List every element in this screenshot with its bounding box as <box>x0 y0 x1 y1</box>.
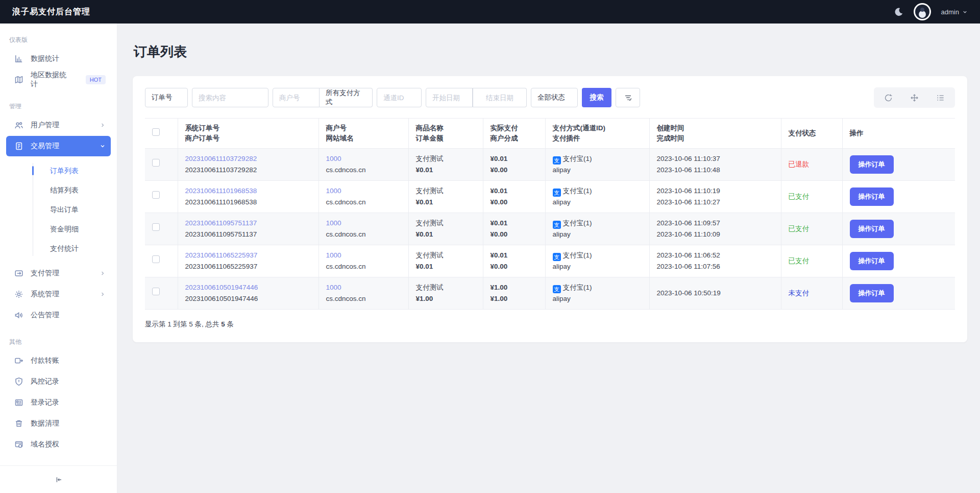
table-row: 2023100611095751137 2023100611095751137 … <box>145 213 955 245</box>
row-checkbox[interactable] <box>152 159 160 167</box>
pay-method-select[interactable]: 所有支付方式 <box>320 88 373 107</box>
product-name: 支付测试 <box>416 282 476 293</box>
product-cell: 支付测试 ¥0.01 <box>408 181 483 213</box>
channel-id-input[interactable] <box>377 88 422 107</box>
merchant-order-number: 2023100610501947446 <box>185 293 311 304</box>
filter-bar: 订单号 所有支付方式 全部状态 搜索 <box>145 87 955 108</box>
submenu-item-fund-details[interactable]: 资金明细 <box>0 219 117 239</box>
row-checkbox[interactable] <box>152 255 160 263</box>
chevron-right-icon <box>100 270 106 276</box>
sidebar-item-user-management[interactable]: 用户管理 <box>6 115 111 135</box>
sidebar-item-transaction-management[interactable]: 交易管理 <box>6 136 111 156</box>
site-domain: cs.cdncos.cn <box>326 197 401 208</box>
operate-order-button[interactable]: 操作订单 <box>850 220 894 238</box>
header-line: 支付插件 <box>553 133 642 144</box>
site-domain: cs.cdncos.cn <box>326 165 401 176</box>
created-time: 2023-10-06 11:10:19 <box>657 185 774 197</box>
sidebar-item-label: 付款转账 <box>31 356 59 365</box>
merchant-id-link[interactable]: 1000 <box>326 153 401 165</box>
product-cell: 支付测试 ¥0.01 <box>408 213 483 245</box>
sidebar-item-system-management[interactable]: 系统管理 <box>6 284 111 304</box>
operate-order-button[interactable]: 操作订单 <box>850 187 894 206</box>
sidebar-item-payment-management[interactable]: 支付管理 <box>6 263 111 284</box>
product-cell: 支付测试 ¥0.01 <box>408 149 483 181</box>
merchant-id-link[interactable]: 1000 <box>326 282 401 293</box>
avatar-image <box>915 5 929 19</box>
merchant-id-input[interactable] <box>273 88 320 107</box>
refresh-button[interactable] <box>884 93 893 102</box>
sidebar-item-announcement-management[interactable]: 公告管理 <box>6 305 111 325</box>
orders-table: 系统订单号 商户订单号 商户号 网站域名 商品名称 订单金额 实际支付 <box>145 118 955 310</box>
time-cell: 2023-10-06 10:50:19 <box>649 277 781 310</box>
sidebar-item-payout-transfer[interactable]: 付款转账 <box>6 350 111 371</box>
header-time: 创建时间 完成时间 <box>649 119 781 149</box>
header-line: 订单金额 <box>416 133 476 144</box>
merchant-id-link[interactable]: 1000 <box>326 185 401 197</box>
pagination-text: 条 <box>225 320 234 328</box>
product-name: 支付测试 <box>416 185 476 197</box>
operate-order-button[interactable]: 操作订单 <box>850 252 894 270</box>
status-badge: 未支付 <box>789 289 810 297</box>
fullscreen-button[interactable] <box>910 93 919 102</box>
sidebar-item-data-stats[interactable]: 数据统计 <box>6 49 111 69</box>
pay-method-label: 支付宝(1) <box>563 251 592 259</box>
sidebar-item-region-stats[interactable]: 地区数据统计 HOT <box>6 69 111 90</box>
pay-method-label: 支付宝(1) <box>563 219 592 227</box>
status-select[interactable]: 全部状态 <box>531 88 578 107</box>
action-cell: 操作订单 <box>842 277 955 310</box>
system-order-link[interactable]: 2023100611095751137 <box>185 218 311 229</box>
pagination-total: 5 <box>221 320 225 328</box>
created-time: 2023-10-06 11:10:37 <box>657 153 774 165</box>
time-cell: 2023-10-06 11:10:19 2023-10-06 11:10:27 <box>649 181 781 213</box>
order-numbers-cell: 2023100611065225937 2023100611065225937 <box>178 245 318 277</box>
sidebar-item-risk-records[interactable]: 风控记录 <box>6 371 111 392</box>
sidebar-item-domain-authorization[interactable]: 域名授权 <box>6 434 111 455</box>
merchant-id-link[interactable]: 1000 <box>326 250 401 261</box>
row-checkbox[interactable] <box>152 223 160 231</box>
list-columns-icon <box>936 93 945 102</box>
avatar[interactable] <box>914 3 931 20</box>
status-badge: 已支付 <box>789 225 810 232</box>
start-date-input[interactable] <box>426 88 473 107</box>
search-button[interactable]: 搜索 <box>582 88 611 107</box>
status-cell: 已支付 <box>781 245 842 277</box>
select-all-checkbox[interactable] <box>152 128 160 136</box>
time-cell: 2023-10-06 11:10:37 2023-10-06 11:10:48 <box>649 149 781 181</box>
filter-icon <box>624 93 632 102</box>
search-input[interactable] <box>192 88 268 107</box>
system-order-link[interactable]: 2023100611065225937 <box>185 250 311 261</box>
submenu-item-order-list[interactable]: 订单列表 <box>0 161 117 180</box>
operate-order-button[interactable]: 操作订单 <box>850 155 894 174</box>
completed-time: 2023-10-06 11:10:27 <box>657 197 774 208</box>
row-checkbox[interactable] <box>152 288 160 295</box>
method-cell: 支支付宝(1) alipay <box>545 245 649 277</box>
pay-plugin: alipay <box>553 197 642 208</box>
operate-order-button[interactable]: 操作订单 <box>850 284 894 302</box>
submenu-item-settlement-list[interactable]: 结算列表 <box>0 180 117 200</box>
columns-button[interactable] <box>936 93 945 102</box>
sidebar-menu: 仪表版 数据统计 地区数据统计 HOT 管理 用户管理 <box>0 24 117 465</box>
sidebar-item-label: 支付管理 <box>31 269 59 278</box>
sidebar-item-login-records[interactable]: 登录记录 <box>6 392 111 413</box>
user-menu[interactable]: admin <box>941 8 968 16</box>
pay-method: 支支付宝(1) <box>553 250 642 261</box>
submenu-item-payment-stats[interactable]: 支付统计 <box>0 239 117 258</box>
order-field-select[interactable]: 订单号 <box>145 88 188 107</box>
order-amount: ¥0.01 <box>416 229 476 240</box>
end-date-input[interactable] <box>480 88 527 107</box>
submenu-item-export-orders[interactable]: 导出订单 <box>0 200 117 219</box>
collapse-sidebar-button[interactable] <box>55 476 63 484</box>
row-checkbox[interactable] <box>152 191 160 199</box>
paid-amount: ¥1.00 <box>491 282 538 293</box>
dark-mode-toggle[interactable] <box>893 7 903 17</box>
system-order-link[interactable]: 2023100611101968538 <box>185 185 311 197</box>
merchant-id-link[interactable]: 1000 <box>326 218 401 229</box>
advanced-filter-button[interactable] <box>616 88 640 107</box>
merchant-share: ¥1.00 <box>491 293 538 304</box>
system-order-link[interactable]: 2023100611103729282 <box>185 153 311 165</box>
expand-arrows-icon <box>910 93 919 102</box>
merchant-method-group: 所有支付方式 <box>273 88 373 107</box>
document-icon <box>14 142 23 151</box>
sidebar-item-data-cleanup[interactable]: 数据清理 <box>6 413 111 434</box>
system-order-link[interactable]: 2023100610501947446 <box>185 282 311 293</box>
